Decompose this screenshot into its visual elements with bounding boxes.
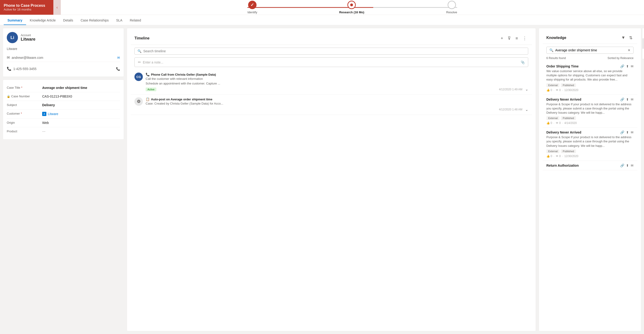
tab-sla[interactable]: SLA: [112, 16, 126, 25]
ki-date-0: 12/30/2020: [564, 88, 578, 92]
lock-icon-1: 🔒: [7, 95, 10, 98]
customer-icon: A: [42, 112, 46, 116]
step-label-identify: Identify: [248, 11, 257, 14]
field-value-product[interactable]: ---: [42, 129, 46, 133]
step-resolve[interactable]: Resolve: [446, 1, 457, 14]
knowledge-clear-btn[interactable]: ✕: [628, 48, 630, 52]
ki-views-1: 👁 0: [556, 121, 561, 125]
left-panel: Li Account Litware Litware ✉ andrewr@lit…: [3, 28, 124, 331]
ki-title-3[interactable]: Return Authorization: [546, 163, 579, 167]
knowledge-items: Order Shipping Time 🔗 ⬆ ✉ We value custo…: [543, 62, 637, 327]
step-research[interactable]: Research (16 Mo): [339, 1, 364, 14]
account-label: Account: [21, 34, 36, 37]
phone-row: 📞 1-425-555-3455 📞: [7, 65, 120, 73]
tab-details[interactable]: Details: [60, 16, 77, 25]
ki-title-2[interactable]: Delivery Never Arrived: [546, 130, 581, 134]
ki-email-3[interactable]: ✉: [631, 163, 634, 167]
step-label-research: Research (16 Mo): [339, 11, 364, 14]
phone-action-btn[interactable]: 📞: [116, 67, 120, 71]
timeline-avatar-0: CG: [134, 73, 143, 81]
step-circle-resolve: [448, 1, 456, 9]
tab-related[interactable]: Related: [126, 16, 145, 25]
ki-tag-external-0: External: [546, 83, 560, 87]
knowledge-sorted-by: Sorted by Relevance: [608, 57, 634, 60]
toolbar-list-btn[interactable]: ☰: [642, 49, 644, 59]
field-label-origin: Origin: [7, 121, 40, 124]
ki-email-1[interactable]: ✉: [631, 98, 634, 101]
ki-tags-2: External Published: [546, 149, 634, 153]
ki-email-0[interactable]: ✉: [631, 64, 634, 68]
timeline-expand-1[interactable]: ⌄: [525, 107, 528, 112]
timeline-sort-btn[interactable]: ≡: [514, 35, 519, 42]
ki-tag-published-0: Published: [561, 83, 576, 87]
knowledge-search-icon: 🔍: [550, 48, 553, 52]
timeline-expand-0[interactable]: ⌄: [525, 87, 528, 91]
timeline-content-1: 📋 Auto-post on Average order shipment ti…: [146, 97, 528, 112]
ki-link-1[interactable]: 🔗: [620, 98, 624, 101]
knowledge-sort-btn[interactable]: ⇅: [628, 35, 634, 41]
avatar: Li: [7, 32, 18, 43]
ki-link-2[interactable]: 🔗: [620, 130, 624, 134]
field-case-title: Case Title * Average order shipment time: [7, 84, 120, 92]
note-bar[interactable]: ✏ Enter a note... 📎: [134, 57, 528, 67]
field-label-product: Product: [7, 129, 40, 133]
form-card: Case Title * Average order shipment time…: [3, 80, 124, 139]
brand-subtitle: Active for 16 months: [4, 8, 45, 11]
field-value-subject[interactable]: Delivery: [42, 103, 55, 107]
tab-knowledge-article[interactable]: Knowledge Article: [26, 16, 60, 25]
timeline-filter-btn[interactable]: ⊽: [506, 35, 512, 42]
ki-link-3[interactable]: 🔗: [620, 163, 624, 167]
ki-desc-2: Purpose & Scope If your product is not d…: [546, 135, 634, 148]
timeline-add-btn[interactable]: +: [499, 35, 505, 42]
ki-header-0: Order Shipping Time 🔗 ⬆ ✉: [546, 64, 634, 68]
knowledge-results-count: 6 Results found: [546, 57, 566, 60]
collapse-button[interactable]: ‹: [53, 0, 61, 15]
field-label-case-title: Case Title *: [7, 86, 40, 89]
timeline-item-desc2-0: Schedule an appointment with the custome…: [146, 81, 528, 86]
progress-track: ✓ Identify Research (16 Mo) Resolve: [248, 1, 457, 14]
note-placeholder: Enter a note...: [143, 60, 163, 64]
brand-title: Phone to Case Process: [4, 4, 45, 8]
note-left: ✏ Enter a note...: [138, 60, 163, 64]
ki-share-0[interactable]: ⬆: [626, 64, 629, 68]
toolbar-grid-btn[interactable]: ⊞: [642, 39, 644, 49]
knowledge-search-bar[interactable]: 🔍 ✕: [546, 47, 634, 54]
ki-share-1[interactable]: ⬆: [626, 98, 629, 101]
timeline-search-input[interactable]: [143, 49, 525, 53]
ki-email-2[interactable]: ✉: [631, 130, 634, 134]
timeline-card: Timeline + ⊽ ≡ ⋮ 🔍 ✏ Enter a note... 📎: [127, 28, 536, 331]
tab-summary[interactable]: Summary: [4, 16, 26, 25]
toolbar-edit-btn[interactable]: ✏: [642, 28, 644, 39]
field-customer: Customer * A Litware: [7, 109, 120, 119]
timeline-more-btn[interactable]: ⋮: [521, 35, 528, 42]
ki-header-2: Delivery Never Arrived 🔗 ⬆ ✉: [546, 130, 634, 134]
knowledge-search-input[interactable]: [555, 48, 626, 52]
ki-share-2[interactable]: ⬆: [626, 130, 629, 134]
email-action-btn[interactable]: ✉: [117, 56, 120, 60]
ki-share-3[interactable]: ⬆: [626, 163, 629, 167]
field-label-subject: Subject: [7, 103, 40, 107]
ki-desc-0: We value customer service above all else…: [546, 69, 634, 82]
ki-views-0: 👁 0: [556, 88, 561, 92]
step-identify[interactable]: ✓ Identify: [248, 1, 257, 14]
ki-meta-1: 👍 0 · 👁 0 · 4/14/2020: [546, 121, 634, 125]
ki-title-0[interactable]: Order Shipping Time: [546, 64, 578, 68]
ki-actions-0: 🔗 ⬆ ✉: [620, 64, 634, 68]
ki-likes-0: 👍 0: [546, 88, 552, 92]
knowledge-filter-btn[interactable]: ▼: [620, 35, 626, 41]
timeline-title: Timeline: [134, 36, 150, 40]
ki-title-1[interactable]: Delivery Never Arrived: [546, 98, 581, 101]
email-icon: ✉: [7, 55, 10, 60]
account-name[interactable]: Litware: [21, 37, 36, 42]
knowledge-card: Knowledge ▼ ⇅ 🔍 ✕ 6 Results found Sorted…: [539, 28, 641, 331]
field-value-origin[interactable]: Web: [42, 121, 49, 125]
field-value-case-title[interactable]: Average order shipment time: [42, 86, 87, 90]
timeline-search-bar[interactable]: 🔍: [134, 48, 528, 55]
ki-link-0[interactable]: 🔗: [620, 64, 624, 68]
ki-views-2: 👁 0: [556, 154, 561, 158]
field-value-customer[interactable]: A Litware: [42, 112, 58, 116]
ki-tag-published-1: Published: [561, 116, 576, 120]
tab-case-relationships[interactable]: Case Relationships: [77, 16, 112, 25]
timeline-item-meta-0: Active 4/12/2020 1:49 AM ⌄: [146, 87, 528, 91]
phone-actions: 📞: [116, 67, 120, 71]
